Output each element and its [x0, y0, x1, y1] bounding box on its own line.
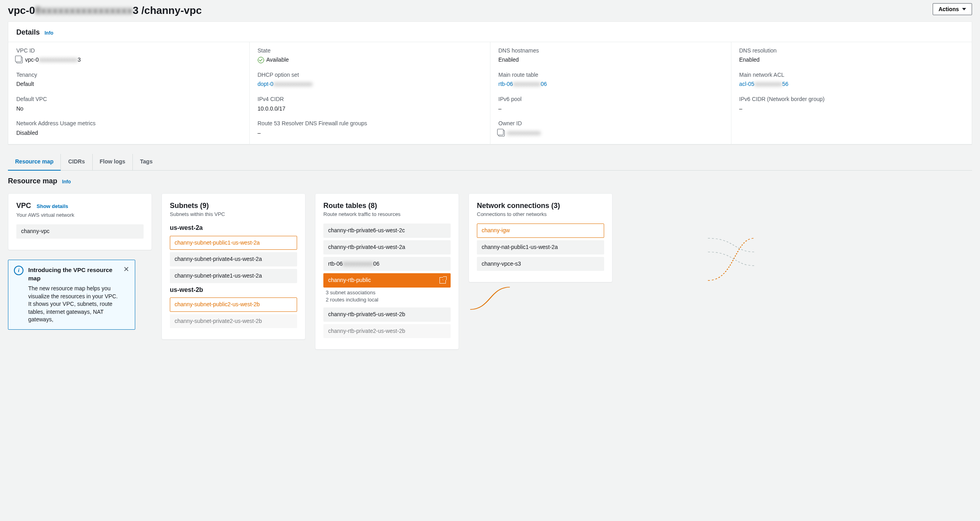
- network-connections-card: Network connections (3) Connections to o…: [469, 193, 612, 282]
- subnets-title: Subnets (9): [170, 201, 297, 211]
- ipv6-cidr-label: IPv6 CIDR (Network border group): [739, 95, 964, 103]
- intro-info-box: i Introducing the VPC resource map The n…: [8, 260, 135, 330]
- route-table-pill[interactable]: channy-rtb-private2-us-west-2b: [323, 324, 451, 338]
- subnets-card: Subnets (9) Subnets within this VPC us-w…: [161, 193, 305, 340]
- state-value: Available: [258, 56, 482, 64]
- ipv6-pool-label: IPv6 pool: [498, 95, 723, 103]
- details-title: Details: [16, 27, 40, 37]
- page-title: vpc-08xxxxxxxxxxxxxxxx3 / channy-vpc: [8, 3, 202, 17]
- dns-hostnames-value: Enabled: [498, 56, 723, 64]
- title-mid: 3 /: [133, 3, 144, 17]
- tab-resource-map[interactable]: Resource map: [8, 154, 61, 171]
- external-link-icon: [439, 277, 446, 284]
- vpc-card-title: VPC: [16, 201, 31, 211]
- vpc-card: VPC Show details Your AWS virtual networ…: [8, 193, 152, 250]
- title-name: channy-vpc: [144, 3, 202, 17]
- route-table-pill[interactable]: channy-rtb-private5-us-west-2b: [323, 307, 451, 322]
- tab-flow-logs[interactable]: Flow logs: [93, 154, 133, 170]
- connection-pill[interactable]: channy-nat-public1-us-west-2a: [477, 240, 604, 255]
- route-table-pill-selected[interactable]: channy-rtb-public: [323, 273, 451, 288]
- dns-resolution-value: Enabled: [739, 56, 964, 64]
- title-obscured: 8xxxxxxxxxxxxxxxx: [35, 3, 133, 17]
- dhcp-value[interactable]: dopt-0xxxxxxxxxxxxxx: [258, 80, 482, 88]
- actions-label: Actions: [939, 6, 959, 12]
- info-icon: i: [14, 266, 23, 275]
- actions-button[interactable]: Actions: [933, 3, 972, 15]
- subnets-subtitle: Subnets within this VPC: [170, 211, 297, 218]
- title-prefix: vpc-0: [8, 3, 35, 17]
- main-acl-label: Main network ACL: [739, 71, 964, 79]
- connection-pill[interactable]: channy-igw: [477, 224, 604, 238]
- tab-tags[interactable]: Tags: [133, 154, 160, 170]
- info-box-body: The new resource map helps you visualize…: [28, 285, 119, 324]
- close-icon[interactable]: ✕: [123, 266, 129, 273]
- tenancy-value: Default: [16, 80, 241, 88]
- details-panel: Details Info VPC ID vpc-0xxxxxxxxxxxxxx3…: [8, 21, 972, 144]
- r53-label: Route 53 Resolver DNS Firewall rule grou…: [258, 120, 482, 128]
- vpc-id-label: VPC ID: [16, 47, 241, 55]
- routes-subtitle: Route network traffic to resources: [323, 211, 451, 218]
- default-vpc-value: No: [16, 105, 241, 113]
- ipv6-cidr-value: –: [739, 105, 964, 113]
- main-rt-label: Main route table: [498, 71, 723, 79]
- copy-icon[interactable]: [498, 130, 505, 136]
- vpc-name-pill[interactable]: channy-vpc: [16, 224, 144, 239]
- route-table-meta: 3 subnet associations 2 routes including…: [326, 289, 451, 303]
- details-info-link[interactable]: Info: [45, 30, 53, 37]
- dhcp-label: DHCP option set: [258, 71, 482, 79]
- vpc-card-subtitle: Your AWS virtual network: [16, 212, 144, 219]
- state-label: State: [258, 47, 482, 55]
- subnet-pill[interactable]: channy-subnet-private4-us-west-2a: [170, 252, 297, 266]
- nau-label: Network Address Usage metrics: [16, 120, 241, 128]
- conn-subtitle: Connections to other networks: [477, 211, 604, 218]
- main-rt-value[interactable]: rtb-06xxxxxxxxxx06: [498, 80, 723, 88]
- ipv4-cidr-value: 10.0.0.0/17: [258, 105, 482, 113]
- r53-value: –: [258, 129, 482, 137]
- owner-label: Owner ID: [498, 120, 723, 128]
- subnet-pill[interactable]: channy-subnet-public1-us-west-2a: [170, 236, 297, 250]
- show-details-link[interactable]: Show details: [37, 203, 68, 210]
- check-circle-icon: [258, 57, 264, 63]
- conn-title: Network connections (3): [477, 201, 604, 211]
- resource-map-row: VPC Show details Your AWS virtual networ…: [8, 193, 972, 350]
- tenancy-label: Tenancy: [16, 71, 241, 79]
- route-table-pill[interactable]: channy-rtb-private4-us-west-2a: [323, 240, 451, 255]
- route-tables-card: Route tables (8) Route network traffic t…: [315, 193, 459, 350]
- subnet-pill[interactable]: channy-subnet-private2-us-west-2b: [170, 314, 297, 329]
- route-table-pill[interactable]: rtb-06xxxxxxxxxxx06: [323, 257, 451, 271]
- owner-value: xxxxxxxxxxxx: [498, 129, 723, 137]
- dns-resolution-label: DNS resolution: [739, 47, 964, 55]
- resource-map-title: Resource map: [8, 176, 57, 186]
- route-table-pill[interactable]: channy-rtb-private6-us-west-2c: [323, 224, 451, 238]
- subnet-pill[interactable]: channy-subnet-private1-us-west-2a: [170, 269, 297, 283]
- az-heading: us-west-2a: [170, 224, 297, 232]
- ipv6-pool-value: –: [498, 105, 723, 113]
- dns-hostnames-label: DNS hostnames: [498, 47, 723, 55]
- main-acl-value[interactable]: acl-05xxxxxxxxxx56: [739, 80, 964, 88]
- copy-icon[interactable]: [16, 57, 23, 63]
- tabs: Resource map CIDRs Flow logs Tags: [8, 154, 972, 171]
- routes-title: Route tables (8): [323, 201, 451, 211]
- subnet-pill[interactable]: channy-subnet-public2-us-west-2b: [170, 297, 297, 312]
- vpc-id-value: vpc-0xxxxxxxxxxxxxx3: [16, 56, 241, 64]
- default-vpc-label: Default VPC: [16, 95, 241, 103]
- nau-value: Disabled: [16, 129, 241, 137]
- connection-pill[interactable]: channy-vpce-s3: [477, 257, 604, 271]
- caret-down-icon: [962, 8, 966, 10]
- info-box-title: Introducing the VPC resource map: [28, 266, 119, 282]
- resource-map-info-link[interactable]: Info: [62, 179, 71, 185]
- ipv4-cidr-label: IPv4 CIDR: [258, 95, 482, 103]
- tab-cidrs[interactable]: CIDRs: [61, 154, 92, 170]
- az-heading: us-west-2b: [170, 286, 297, 294]
